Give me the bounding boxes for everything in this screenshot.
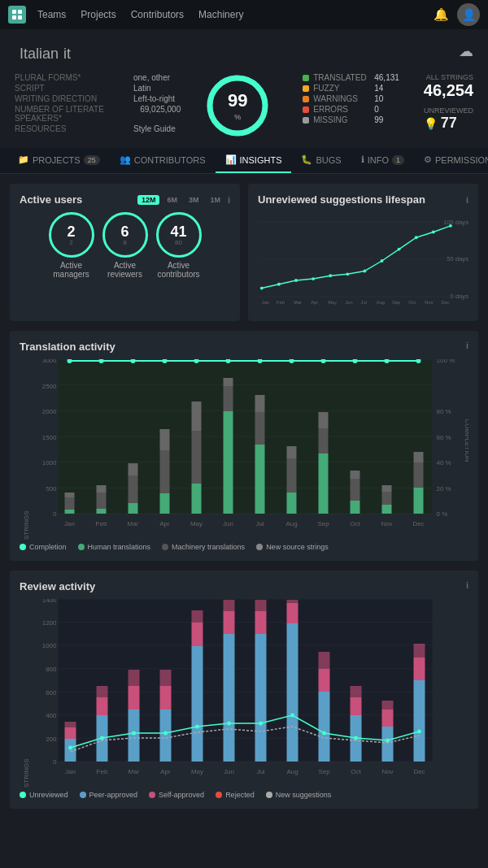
managers-count: 2 (67, 224, 75, 239)
tab-bugs[interactable]: 🐛 BUGS (291, 148, 351, 173)
svg-text:Jul: Jul (361, 300, 367, 305)
filter-12m[interactable]: 12M (137, 195, 160, 205)
svg-text:Nov: Nov (425, 300, 433, 305)
writing-direction-value: Left-to-right (133, 94, 175, 103)
translation-chart-container: STRINGS 0 500 1000 1500 2000 2500 (20, 359, 468, 540)
tab-permissions[interactable]: ⚙ PERMISSIONS (414, 148, 488, 173)
svg-rect-149 (192, 610, 203, 623)
svg-rect-82 (319, 428, 329, 454)
strings-y-label: STRINGS (20, 359, 30, 540)
script-label: SCRIPT (15, 84, 129, 93)
svg-text:1000: 1000 (42, 459, 57, 467)
cloud-save-icon[interactable]: ☁ (459, 42, 473, 60)
peer-dot (80, 792, 86, 798)
svg-text:Jan: Jan (64, 520, 75, 527)
svg-rect-145 (160, 686, 172, 710)
managers-total: 2 (69, 239, 72, 246)
review-activity-info-icon[interactable]: i (466, 580, 468, 592)
svg-point-15 (312, 277, 315, 280)
all-strings-label: ALL STRINGS (424, 73, 473, 81)
svg-text:1500: 1500 (42, 434, 57, 441)
svg-text:Jul: Jul (255, 520, 264, 527)
svg-rect-63 (129, 503, 138, 514)
unreviewed-value: 77 (441, 115, 457, 132)
fuzzy-stat: FUZZY 14 (303, 84, 399, 93)
translation-activity-title: Translation activity i (20, 341, 468, 353)
nav-contributors[interactable]: Contributors (131, 9, 184, 20)
filter-3m[interactable]: 3M (185, 195, 203, 205)
nav-machinery[interactable]: Machinery (198, 9, 243, 20)
svg-rect-64 (129, 475, 138, 503)
svg-rect-153 (255, 634, 267, 762)
svg-text:Oct: Oct (351, 768, 361, 775)
tab-insights[interactable]: 📊 INSIGHTS (216, 148, 292, 173)
review-activity-title: Review activity i (20, 580, 468, 592)
app-logo[interactable] (8, 6, 26, 24)
progress-section: 99 % (205, 73, 270, 138)
nav-teams[interactable]: Teams (37, 9, 66, 20)
errors-dot (303, 106, 309, 113)
speakers-label: NUMBER OF LITERATE SPEAKERS* (15, 105, 135, 123)
translation-chart-svg: 0 500 1000 1500 2000 2500 3000 0 % 20 % … (30, 359, 468, 538)
completion-label: Completion (29, 543, 67, 551)
translated-dot (303, 75, 309, 81)
plural-forms-row: PLURAL FORMS* one, other (15, 73, 181, 82)
review-y-label: STRINGS (20, 599, 30, 788)
svg-text:Nov: Nov (381, 520, 392, 527)
tab-info[interactable]: ℹ INFO 1 (351, 148, 414, 173)
tab-projects[interactable]: 📁 PROJECTS 25 (8, 148, 110, 173)
svg-point-174 (163, 731, 168, 736)
svg-rect-57 (65, 510, 75, 514)
svg-text:400: 400 (46, 712, 57, 719)
svg-rect-0 (12, 10, 16, 14)
svg-rect-159 (319, 692, 330, 762)
svg-point-13 (277, 283, 281, 286)
meta-section: PLURAL FORMS* one, other SCRIPT Latin WR… (0, 70, 488, 148)
tab-contributors[interactable]: 👥 CONTRIBUTORS (110, 148, 216, 173)
legend-new-source: New source strings (256, 543, 329, 551)
self-dot (149, 792, 155, 798)
nav-links: Teams Projects Contributors Machinery (37, 9, 434, 20)
svg-text:3000: 3000 (42, 359, 57, 364)
missing-dot (303, 117, 309, 124)
svg-rect-65 (129, 463, 138, 475)
notifications-icon[interactable]: 🔔 (434, 7, 449, 22)
svg-text:50 days: 50 days (447, 255, 468, 263)
svg-text:Oct: Oct (350, 520, 360, 527)
svg-rect-80 (287, 446, 297, 458)
warnings-value: 10 (374, 94, 383, 103)
user-avatar[interactable]: 👤 (457, 3, 480, 26)
review-chart-container: STRINGS 0 200 400 600 800 1000 (20, 599, 468, 788)
translation-chart-area: 0 500 1000 1500 2000 2500 3000 0 % 20 % … (30, 359, 468, 540)
svg-rect-90 (414, 488, 424, 514)
new-source-dot (256, 544, 263, 550)
writing-direction-label: WRITING DIRECTION (15, 94, 129, 103)
svg-rect-69 (192, 484, 202, 514)
svg-point-173 (132, 731, 136, 736)
svg-rect-160 (319, 669, 330, 692)
language-title: Italianit (15, 42, 71, 63)
svg-rect-156 (287, 623, 298, 762)
time-filter-group: 12M 6M 3M 1M i (137, 195, 230, 205)
nav-projects[interactable]: Projects (81, 9, 115, 20)
svg-rect-84 (351, 501, 360, 514)
new-suggestions-legend-label: New suggestions (276, 791, 332, 799)
svg-rect-154 (255, 611, 267, 634)
svg-rect-147 (192, 646, 203, 762)
active-users-info-icon[interactable]: i (228, 195, 230, 205)
contributors-label: Activecontributors (156, 261, 202, 279)
filter-1m[interactable]: 1M (206, 195, 224, 205)
svg-rect-59 (65, 493, 75, 497)
lifespan-info-icon[interactable]: i (466, 195, 468, 205)
rejected-dot (216, 792, 222, 798)
svg-text:Apr: Apr (160, 768, 171, 775)
svg-text:0 %: 0 % (437, 510, 448, 518)
translation-activity-info-icon[interactable]: i (466, 341, 468, 353)
svg-rect-58 (65, 497, 75, 510)
svg-point-175 (195, 725, 199, 729)
contributors-icon: 👥 (120, 154, 131, 165)
svg-text:2500: 2500 (42, 383, 57, 390)
filter-6m[interactable]: 6M (163, 195, 181, 205)
svg-rect-144 (160, 710, 172, 762)
svg-text:Jan: Jan (262, 300, 269, 305)
